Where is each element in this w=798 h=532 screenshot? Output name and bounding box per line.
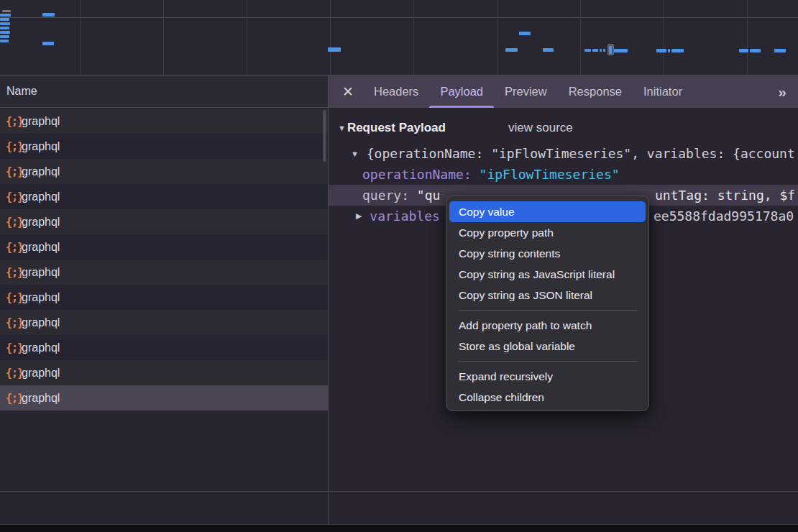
variables-preview-end: ee5588fdad995178a0 — [653, 208, 794, 224]
table-row-graphql[interactable]: {;}graphql — [0, 109, 328, 134]
table-row-graphql[interactable]: {;}graphql — [0, 159, 328, 184]
tab-preview[interactable]: Preview — [494, 75, 558, 108]
request-name-label: graphql — [22, 216, 60, 229]
request-timing-bar — [774, 49, 786, 52]
property-key: operationName: — [362, 167, 472, 182]
timeline-gridline — [747, 0, 748, 75]
json-braces-icon: {;} — [0, 367, 22, 380]
json-braces-icon: {;} — [0, 341, 22, 354]
request-timing-bar — [42, 13, 55, 17]
request-timing-bar — [0, 31, 10, 34]
request-name-label: graphql — [22, 191, 60, 203]
request-payload-section: ▼ Request Payload — [329, 117, 446, 139]
context-menu-item-copy-string-as-javascript-literal[interactable]: Copy string as JavaScript literal — [449, 264, 646, 285]
menu-separator — [446, 357, 648, 366]
request-timing-bar — [592, 49, 598, 52]
tab-response[interactable]: Response — [558, 75, 633, 108]
timeline-gridline — [163, 0, 164, 75]
table-row-graphql[interactable]: {;}graphql — [0, 134, 328, 159]
tab-headers[interactable]: Headers — [363, 75, 429, 108]
request-timing-bar — [505, 48, 518, 52]
request-timing-bar — [519, 32, 531, 35]
requests-scrollbar-thumb[interactable] — [323, 110, 326, 162]
request-timing-bar — [2, 10, 11, 12]
table-footer-divider — [0, 491, 798, 492]
root-preview-text — [359, 146, 367, 161]
request-timing-bar — [0, 35, 9, 38]
table-row-graphql[interactable]: {;}graphql — [0, 335, 328, 360]
context-menu-item-expand-recursively[interactable]: Expand recursively — [449, 366, 646, 387]
timeline-gridline — [580, 0, 581, 75]
property-key: variables — [370, 208, 440, 224]
context-menu-item-add-property-path-to-watch[interactable]: Add property path to watch — [449, 315, 646, 336]
close-icon[interactable]: ✕ — [340, 75, 356, 108]
json-braces-icon: {;} — [0, 191, 22, 203]
json-braces-icon: {;} — [0, 291, 22, 304]
network-requests-panel: Name {;}graphql{;}graphql{;}graphql{;}gr… — [0, 75, 328, 524]
table-row-graphql[interactable]: {;}graphql — [0, 385, 328, 411]
context-menu-item-collapse-children[interactable]: Collapse children — [449, 387, 646, 408]
json-braces-icon: {;} — [0, 115, 22, 128]
request-name-label: graphql — [22, 341, 60, 354]
name-column-header[interactable]: Name — [0, 75, 328, 108]
request-name-label: graphql — [22, 165, 60, 178]
table-row-graphql[interactable]: {;}graphql — [0, 260, 328, 285]
context-menu-item-store-as-global-variable[interactable]: Store as global variable — [449, 336, 646, 357]
menu-separator — [446, 306, 648, 315]
request-timing-bar — [0, 18, 9, 21]
context-menu-item-copy-property-path[interactable]: Copy property path — [449, 222, 646, 243]
timeline-gridline — [664, 0, 664, 75]
view-source-link[interactable]: view source — [508, 117, 573, 139]
context-menu: Copy valueCopy property pathCopy string … — [446, 196, 649, 411]
table-row-graphql[interactable]: {;}graphql — [0, 360, 328, 385]
table-row-graphql[interactable]: {;}graphql — [0, 285, 328, 310]
tree-row-root[interactable]: ▼ {operationName: "ipFlowTimeseries", va… — [329, 143, 798, 164]
json-braces-icon: {;} — [0, 140, 22, 153]
tab-payload[interactable]: Payload — [429, 75, 494, 108]
json-braces-icon: {;} — [0, 316, 22, 329]
timeline-gridline — [80, 0, 81, 75]
details-tabs: HeadersPayloadPreviewResponseInitiator — [363, 75, 693, 108]
collapse-triangle-icon[interactable]: ▼ — [351, 150, 359, 158]
property-value-string: "ipFlowTimeseries" — [480, 167, 620, 182]
request-timing-bar — [600, 49, 602, 52]
tab-initiator[interactable]: Initiator — [633, 75, 693, 108]
request-timing-bar — [671, 49, 684, 52]
property-value-start: "qu — [409, 188, 440, 203]
selected-request-marker-bar — [609, 46, 612, 54]
request-timing-bar — [328, 47, 341, 52]
request-timing-bar — [42, 42, 54, 45]
network-overview-timeline[interactable] — [0, 0, 798, 75]
request-timing-bar — [0, 22, 10, 25]
request-name-label: graphql — [22, 367, 60, 380]
overview-lane-divider — [0, 17, 798, 18]
root-preview-value: {operationName: "ipFlowTimeseries", vari… — [367, 146, 795, 161]
context-menu-item-copy-string-as-json-literal[interactable]: Copy string as JSON literal — [449, 285, 646, 306]
section-collapse-icon[interactable]: ▼ — [338, 124, 346, 132]
json-braces-icon: {;} — [0, 216, 22, 229]
json-braces-icon: {;} — [0, 241, 22, 254]
context-menu-item-copy-string-contents[interactable]: Copy string contents — [449, 243, 646, 264]
expand-triangle-icon[interactable]: ▶ — [356, 211, 362, 221]
table-row-graphql[interactable]: {;}graphql — [0, 310, 328, 335]
table-row-graphql[interactable]: {;}graphql — [0, 184, 328, 209]
tree-row-operation-name[interactable]: operationName: "ipFlowTimeseries" — [329, 164, 798, 185]
timeline-gridline — [247, 0, 247, 75]
request-name-label: graphql — [22, 316, 60, 329]
json-braces-icon: {;} — [0, 392, 22, 405]
request-name-label: graphql — [22, 291, 60, 304]
request-name-label: graphql — [22, 392, 60, 405]
request-timing-bar — [0, 14, 11, 17]
name-column-label: Name — [0, 85, 37, 98]
table-row-graphql[interactable]: {;}graphql — [0, 234, 328, 260]
table-row-graphql[interactable]: {;}graphql — [0, 209, 328, 234]
request-name-label: graphql — [22, 266, 60, 279]
context-menu-item-copy-value[interactable]: Copy value — [449, 201, 646, 222]
timeline-gridline — [330, 0, 331, 75]
request-name-label: graphql — [22, 115, 60, 128]
more-tabs-icon[interactable]: » — [778, 75, 785, 108]
request-timing-bar — [614, 49, 628, 52]
request-timing-bar — [0, 27, 9, 29]
request-timing-bar — [750, 49, 761, 52]
json-braces-icon: {;} — [0, 165, 22, 178]
